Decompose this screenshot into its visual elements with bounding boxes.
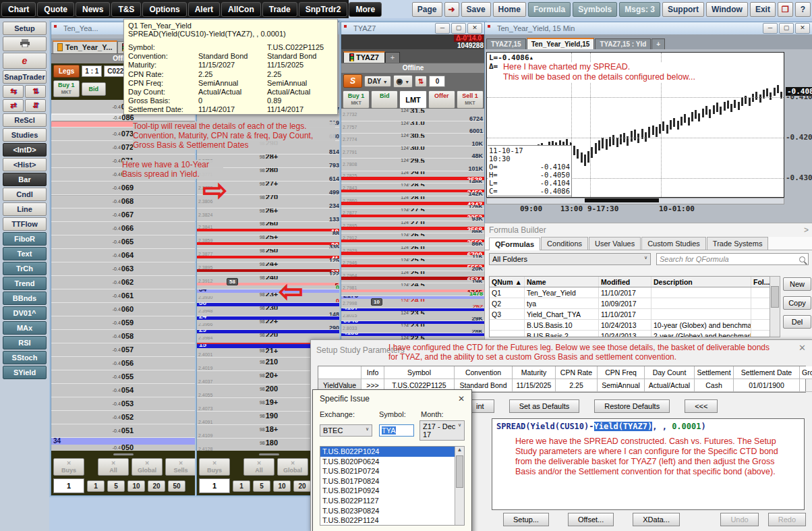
price-cell[interactable]: -0.4053 (51, 399, 196, 408)
deliverable-bonds-list[interactable]: T.US.B022P1024T.US.B020P0624T.US.B021P07… (320, 446, 465, 526)
menu-quote[interactable]: Quote (37, 2, 74, 17)
offer-button[interactable]: Offer (428, 90, 455, 109)
sidebar-bar[interactable]: Bar (3, 173, 47, 186)
fb-tab-custom-studies[interactable]: Custom Studies (641, 237, 706, 250)
menu-t-s[interactable]: T&S (111, 2, 141, 17)
toolbar-page[interactable]: Page (412, 2, 442, 17)
sidebar-studies[interactable]: Studies (3, 128, 47, 142)
price-cell[interactable]: -0.4056 (51, 359, 196, 368)
toolbar-symbols[interactable]: Symbols (573, 2, 617, 17)
price-cell[interactable]: -0.4055 (51, 372, 196, 381)
qty-preset-5[interactable]: 5 (107, 480, 125, 492)
list-scrollbar[interactable]: ▲ (455, 447, 464, 525)
setup-cell[interactable]: 11/15/2025 (513, 379, 556, 392)
column-header[interactable]: QNum ▲ (490, 277, 525, 287)
cancel-sells-button[interactable]: ✕Sells (165, 458, 196, 476)
lmt-button[interactable]: LMT (399, 90, 426, 109)
price-cell[interactable]: -0.4066 (51, 224, 196, 233)
sidebar-trend[interactable]: Trend (3, 277, 47, 290)
price-cell[interactable]: -0.4067 (51, 211, 196, 219)
close-button[interactable]: ✕ (467, 23, 482, 34)
sidebar-intd[interactable]: <IntD> (3, 143, 47, 157)
qformula-row[interactable]: Q1Ten_Year_Yield11/10/2017 (490, 287, 773, 298)
cqg-logo-icon[interactable]: e (3, 53, 47, 69)
qformula-row[interactable]: B.US.Basis.1010/24/201310-year (Globex) … (490, 320, 773, 331)
cancel-all-button[interactable]: ✕All (98, 458, 129, 476)
toolbar-formula[interactable]: Formula (528, 2, 571, 17)
fb-tab-trade-systems[interactable]: Trade Systems (707, 237, 769, 250)
menu-news[interactable]: News (76, 2, 110, 17)
snap-button[interactable]: S (343, 74, 362, 88)
tab-ten-year-yield[interactable]: Ten_Year_Y... (53, 40, 117, 53)
close-icon[interactable]: ✕ (458, 394, 465, 403)
price-cell[interactable]: -0.4065 (51, 237, 196, 246)
menu-alert[interactable]: Alert (188, 2, 220, 17)
add-tab-button[interactable]: + (385, 52, 400, 63)
sidebar-fibor[interactable]: FiboR (3, 232, 47, 246)
price-cell[interactable]: -0.4057 (51, 345, 196, 354)
cancel-buys-button[interactable]: ✕Buys (199, 458, 230, 476)
quantity-input[interactable] (199, 478, 230, 493)
menu-snptrdr2[interactable]: SnpTrdr2 (299, 2, 348, 17)
chart-tool-icon-1[interactable]: ⇅ (25, 85, 46, 98)
quantity-input[interactable] (53, 478, 84, 493)
formula-editor[interactable]: SPREAD(Yield(CUS10)-Yield(TYAZ7), , 0.00… (492, 418, 805, 510)
qty-preset-20[interactable]: 20 (148, 480, 165, 492)
new-button[interactable]: New (783, 277, 811, 291)
bond-list-item[interactable]: T.US.B022P1124 (320, 515, 464, 526)
bond-list-item[interactable]: T.US.B017P0824 (320, 476, 464, 486)
toolbar-save[interactable]: Save (461, 2, 491, 17)
sidebar-max[interactable]: MAx (3, 321, 47, 335)
price-cell[interactable]: -0.4060 (51, 305, 196, 314)
drag-handle[interactable] (113, 453, 134, 455)
undo-button[interactable]: Undo (720, 513, 758, 526)
setup-cell[interactable]: 2.25 (556, 379, 598, 392)
sidebar-syield[interactable]: SYield (3, 366, 47, 379)
bid-button[interactable]: Bid (371, 90, 398, 109)
print-icon[interactable] (3, 36, 47, 51)
price-cell[interactable]: -0.4062 (51, 278, 196, 287)
duration-dropdown[interactable]: DAY ▼ (364, 76, 391, 87)
help-button[interactable]: ? (795, 2, 811, 17)
menu-more[interactable]: More (349, 2, 382, 17)
minimize-button[interactable]: ─ (435, 23, 450, 34)
setup-cell[interactable]: Actual/Actual (645, 379, 695, 392)
ratio-box[interactable]: 1 : 1 (82, 65, 102, 77)
sidebar-dv01[interactable]: DV01^ (3, 306, 47, 320)
exchange-dropdown[interactable]: BTEC∨ (320, 424, 372, 437)
bid-button[interactable]: Bid (82, 82, 107, 96)
order-type-dropdown[interactable]: ◉ ▼ (393, 75, 413, 88)
chart-titlebar[interactable]: Ten_Year_Yield, 15 Min ─ ▢ ✕ (485, 22, 812, 34)
restore-button[interactable]: ▢ (779, 23, 794, 34)
sidebar-setup[interactable]: Setup (3, 22, 47, 35)
chart-tool-icon-2[interactable]: ⇄ (3, 99, 24, 112)
scrollbar-thumb[interactable] (585, 198, 659, 202)
price-cell[interactable]: -0.4050 (51, 445, 196, 451)
price-cell[interactable]: -0.4051 (51, 426, 196, 435)
cancel-global-button[interactable]: ✕Global (132, 458, 163, 476)
drag-handle[interactable] (259, 453, 279, 455)
price-cell[interactable]: -0.4086 (51, 114, 196, 121)
setup-cell[interactable]: 01/01/1900 (734, 379, 800, 392)
jump-icon[interactable]: ➜ (444, 2, 459, 17)
minimize-button[interactable]: ─ (763, 23, 778, 34)
sidebar-snaptrader[interactable]: SnapTrader (3, 70, 47, 84)
symbol-input[interactable]: TYA (379, 424, 414, 437)
bond-list-item[interactable]: T.US.B022P1127 (320, 496, 464, 506)
cancel-all-button[interactable]: ✕All (243, 458, 274, 476)
sidebar-hist[interactable]: <Hist> (3, 158, 47, 171)
menu-trade[interactable]: Trade (262, 2, 297, 17)
qty-preset-1[interactable]: 1 (233, 480, 250, 492)
sidebar-rsi[interactable]: RSI (3, 336, 47, 350)
month-dropdown[interactable]: Z17 - Dec 17∨ (419, 420, 465, 441)
qty-preset-50[interactable]: 50 (168, 480, 185, 492)
windows-icon[interactable]: ❐ (778, 2, 793, 17)
qformula-search-input[interactable]: Search for QFormula (656, 253, 809, 265)
buy-mkt-button[interactable]: Buy 1MKT (53, 80, 80, 97)
toolbar-home[interactable]: Home (493, 2, 526, 17)
bond-list-item[interactable]: T.US.B023P0824 (320, 506, 464, 516)
sidebar-trch[interactable]: TrCh (3, 262, 47, 275)
xdata-button[interactable]: XData... (633, 513, 680, 526)
legs-button[interactable]: Legs (53, 65, 80, 78)
price-cell[interactable]: -0.4054 (51, 386, 196, 395)
